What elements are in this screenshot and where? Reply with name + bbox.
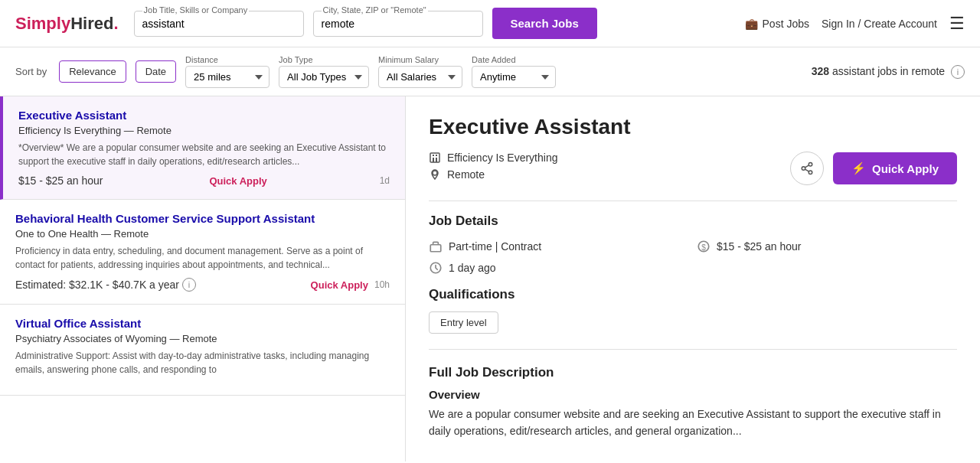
post-jobs-label: Post Jobs [763, 18, 809, 30]
dollar-icon: $ [697, 240, 710, 253]
divider-1 [429, 201, 957, 201]
job-card-1-salary: $15 - $25 an hour [18, 174, 103, 187]
results-number: 328 [812, 65, 829, 77]
logo-simply: Simply [15, 14, 70, 34]
qualifications-title: Qualifications [429, 287, 957, 302]
job-card-3[interactable]: Virtual Office Assistant Psychiatry Asso… [0, 305, 405, 396]
logo-dot: . [113, 14, 118, 34]
job-detail-location: Remote [447, 168, 485, 181]
logo[interactable]: SimplyHired. [15, 14, 119, 34]
svg-point-5 [433, 171, 437, 175]
salary-value: $15 - $25 an hour [717, 240, 802, 253]
job-card-2-info-icon[interactable]: i [182, 278, 196, 292]
quick-apply-button[interactable]: ⚡ Quick Apply [833, 152, 957, 184]
job-detail-meta: Efficiency Is Everything Remote ⚡ Quick … [429, 152, 957, 185]
header-right: 💼 Post Jobs Sign In / Create Account ☰ [745, 14, 965, 34]
salary-filter-group: Minimum Salary All Salaries [378, 55, 462, 88]
distance-select[interactable]: 25 miles [185, 66, 270, 88]
results-text: assistant jobs in remote [832, 65, 945, 77]
clock-icon [429, 261, 443, 275]
sign-in-link[interactable]: Sign In / Create Account [822, 18, 937, 30]
job-type-filter-group: Job Type All Job Types [279, 55, 369, 88]
svg-rect-11 [430, 245, 441, 252]
job-card-3-desc: Administrative Support: Assist with day-… [15, 349, 390, 377]
briefcase-detail-icon [429, 240, 443, 253]
job-detail: Executive Assistant Efficiency Is Everyt… [406, 96, 980, 461]
location-field-label: City, State, ZIP or "Remote" [322, 5, 428, 15]
quick-apply-button-label: Quick Apply [872, 162, 939, 175]
job-detail-location-row: Remote [429, 168, 557, 181]
building-icon [429, 152, 441, 164]
svg-line-10 [805, 165, 808, 168]
sort-date-button[interactable]: Date [136, 60, 176, 83]
search-button[interactable]: Search Jobs [492, 8, 597, 39]
job-card-3-company: Psychiatry Associates of Wyoming — Remot… [15, 333, 390, 344]
results-info-icon[interactable]: i [951, 65, 965, 79]
distance-filter-group: Distance 25 miles [185, 55, 270, 88]
main-content: Executive Assistant Efficiency Is Everyt… [0, 96, 980, 461]
job-card-2-quick-apply[interactable]: Quick Apply [311, 279, 368, 291]
lightning-icon: ⚡ [851, 161, 866, 175]
job-card-2-desc: Proficiency in data entry, scheduling, a… [15, 244, 390, 272]
overview-text: We are a popular consumer website and ar… [429, 406, 957, 440]
entry-level-badge: Entry level [429, 311, 498, 334]
job-list: Executive Assistant Efficiency Is Everyt… [0, 96, 406, 461]
time-ago-value: 1 day ago [449, 262, 496, 274]
svg-point-8 [808, 171, 812, 174]
job-detail-company-row: Efficiency Is Everything [429, 152, 557, 164]
sort-relevance-button[interactable]: Relevance [59, 60, 126, 83]
job-search-input[interactable] [142, 15, 296, 33]
date-added-select[interactable]: Anytime [472, 66, 556, 88]
job-type-select[interactable]: All Job Types [279, 66, 369, 88]
job-card-2-salary: Estimated: $32.1K - $40.7K a year [15, 279, 179, 291]
svg-rect-2 [436, 158, 437, 162]
job-card-1-desc: *Overview* We are a popular consumer web… [18, 141, 390, 168]
briefcase-icon: 💼 [745, 18, 758, 30]
sort-by-label: Sort by [15, 66, 47, 77]
job-field-label: Job Title, Skills or Company [142, 5, 250, 15]
job-detail-company-name: Efficiency Is Everything [447, 152, 557, 164]
header: SimplyHired. Job Title, Skills or Compan… [0, 0, 980, 47]
results-count: 328 assistant jobs in remote i [812, 65, 965, 79]
distance-label: Distance [185, 55, 270, 64]
svg-line-9 [805, 169, 808, 171]
job-card-1-company: Efficiency Is Everything — Remote [18, 125, 390, 136]
job-card-1[interactable]: Executive Assistant Efficiency Is Everyt… [0, 96, 405, 200]
job-card-2-footer: Estimated: $32.1K - $40.7K a year i Quic… [15, 278, 390, 292]
job-card-3-title[interactable]: Virtual Office Assistant [15, 317, 390, 330]
filter-bar: Sort by Relevance Date Distance 25 miles… [0, 47, 980, 96]
svg-rect-4 [436, 155, 437, 156]
salary-label: Minimum Salary [378, 55, 462, 64]
location-icon [429, 168, 441, 181]
svg-point-7 [802, 167, 805, 171]
job-card-1-quick-apply[interactable]: Quick Apply [209, 175, 266, 187]
post-jobs-link[interactable]: 💼 Post Jobs [745, 18, 809, 30]
share-icon [800, 161, 814, 175]
svg-rect-3 [433, 155, 434, 156]
job-card-1-title[interactable]: Executive Assistant [18, 109, 390, 122]
date-added-label: Date Added [472, 55, 556, 64]
hamburger-icon[interactable]: ☰ [949, 14, 965, 34]
job-detail-title: Executive Assistant [429, 115, 957, 139]
overview-title: Overview [429, 388, 957, 401]
job-card-2-title[interactable]: Behavioral Health Customer Service Suppo… [15, 212, 390, 225]
salary-item: $ $15 - $25 an hour [697, 240, 957, 253]
divider-2 [429, 349, 957, 350]
full-desc-title: Full Job Description [429, 365, 957, 380]
salary-select[interactable]: All Salaries [378, 66, 462, 88]
job-card-2-time: 10h [374, 279, 390, 290]
svg-point-6 [808, 163, 812, 167]
svg-rect-1 [433, 158, 434, 162]
job-card-2[interactable]: Behavioral Health Customer Service Suppo… [0, 200, 405, 305]
svg-text:$: $ [701, 243, 706, 252]
job-card-1-time: 1d [380, 175, 390, 186]
job-type-label: Job Type [279, 55, 369, 64]
job-search-field-group: Job Title, Skills or Company [134, 11, 304, 37]
job-details-grid: Part-time | Contract $ $15 - $25 an hour… [429, 240, 957, 275]
job-card-1-footer: $15 - $25 an hour Quick Apply 1d [18, 174, 390, 187]
time-ago-item: 1 day ago [429, 261, 689, 275]
share-button[interactable] [790, 152, 824, 185]
job-type-value: Part-time | Contract [449, 240, 541, 253]
location-search-input[interactable] [322, 15, 475, 33]
date-added-filter-group: Date Added Anytime [472, 55, 556, 88]
